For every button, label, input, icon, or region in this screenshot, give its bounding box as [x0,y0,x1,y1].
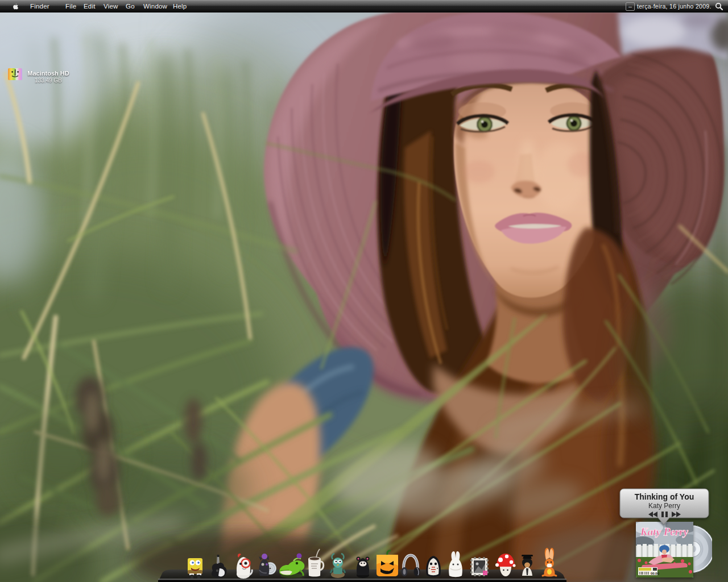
svg-text:Katy Perry: Katy Perry [648,502,680,510]
svg-text:Katy Perry: Katy Perry [640,526,688,538]
svg-text:00.00: 00.00 [651,572,660,575]
svg-text:Thinking of You: Thinking of You [635,492,694,501]
